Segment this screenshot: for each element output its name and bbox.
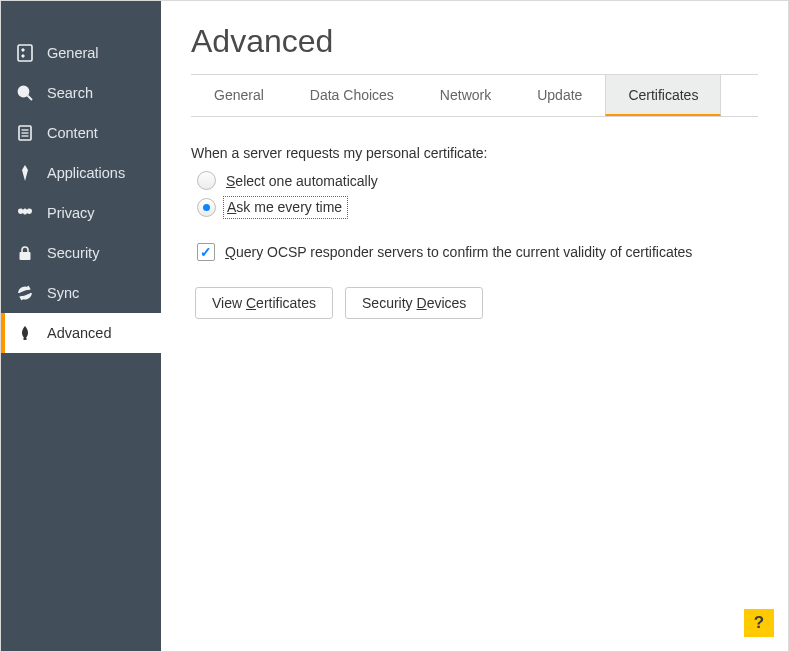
search-icon (15, 83, 35, 103)
general-icon (15, 43, 35, 63)
privacy-icon (15, 203, 35, 223)
sidebar-item-general[interactable]: General (1, 33, 161, 73)
tab-content-certificates: When a server requests my personal certi… (191, 117, 758, 319)
applications-icon (15, 163, 35, 183)
view-certificates-button[interactable]: View Certificates (195, 287, 333, 319)
sidebar-item-search[interactable]: Search (1, 73, 161, 113)
svg-point-1 (22, 49, 24, 51)
svg-point-3 (19, 87, 29, 97)
sidebar-item-label: Advanced (47, 325, 112, 341)
lock-icon (15, 243, 35, 263)
radio-label: Ask me every time (226, 199, 345, 216)
sync-icon (15, 283, 35, 303)
tab-update[interactable]: Update (514, 75, 605, 116)
advanced-icon (15, 323, 35, 343)
checkbox-icon (197, 243, 215, 261)
radio-icon (197, 171, 216, 190)
tab-data-choices[interactable]: Data Choices (287, 75, 417, 116)
sidebar-item-security[interactable]: Security (1, 233, 161, 273)
sidebar-item-label: Search (47, 85, 93, 101)
sidebar-item-label: General (47, 45, 99, 61)
sidebar-item-sync[interactable]: Sync (1, 273, 161, 313)
checkbox-ocsp[interactable]: Query OCSP responder servers to confirm … (191, 243, 758, 261)
sidebar-item-privacy[interactable]: Privacy (1, 193, 161, 233)
sidebar-item-label: Sync (47, 285, 79, 301)
tab-network[interactable]: Network (417, 75, 514, 116)
tabs: General Data Choices Network Update Cert… (191, 75, 758, 117)
svg-point-2 (22, 55, 24, 57)
radio-icon (197, 198, 216, 217)
sidebar-item-advanced[interactable]: Advanced (1, 313, 161, 353)
tab-certificates[interactable]: Certificates (605, 75, 721, 116)
page-title: Advanced (191, 23, 758, 60)
svg-rect-0 (18, 45, 32, 61)
help-button[interactable]: ? (744, 609, 774, 637)
radio-label: Select one automatically (226, 173, 378, 189)
sidebar-item-label: Privacy (47, 205, 95, 221)
cert-request-label: When a server requests my personal certi… (191, 145, 758, 161)
svg-line-4 (28, 96, 33, 101)
sidebar: General Search Content Applications Priv… (1, 1, 161, 651)
content-icon (15, 123, 35, 143)
radio-ask-every-time[interactable]: Ask me every time (191, 198, 758, 217)
sidebar-item-applications[interactable]: Applications (1, 153, 161, 193)
svg-rect-10 (24, 338, 27, 340)
sidebar-item-label: Applications (47, 165, 125, 181)
radio-select-automatically[interactable]: Select one automatically (191, 171, 758, 190)
svg-rect-9 (20, 252, 31, 260)
sidebar-item-label: Content (47, 125, 98, 141)
sidebar-item-content[interactable]: Content (1, 113, 161, 153)
main-panel: Advanced General Data Choices Network Up… (161, 1, 788, 651)
sidebar-item-label: Security (47, 245, 99, 261)
tab-general[interactable]: General (191, 75, 287, 116)
checkbox-label: Query OCSP responder servers to confirm … (225, 244, 692, 260)
security-devices-button[interactable]: Security Devices (345, 287, 483, 319)
